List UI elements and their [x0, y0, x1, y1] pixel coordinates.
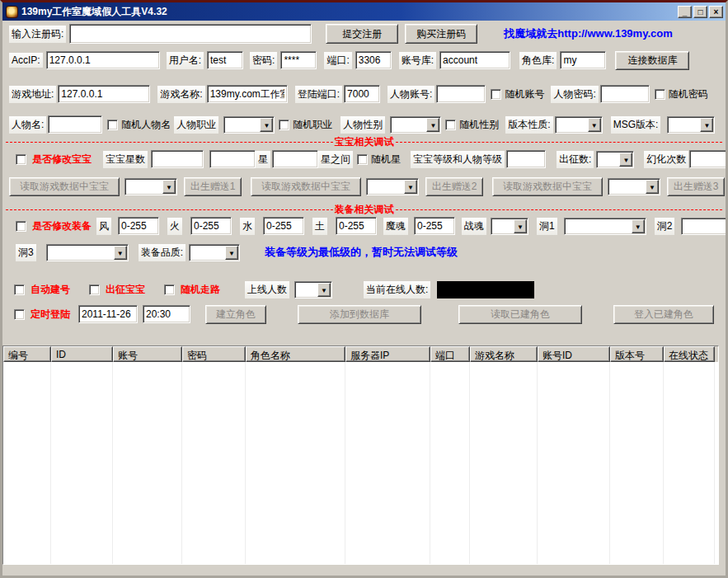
morph-count-label: 幻化次数 — [644, 151, 688, 168]
war-soul-select[interactable]: ▼ — [491, 218, 528, 235]
modify-pet-checkbox[interactable] — [16, 154, 26, 165]
col-account[interactable]: 账号 — [113, 346, 182, 362]
star-suffix-label: 星 — [256, 151, 270, 168]
pet-stars-input-3[interactable] — [272, 150, 318, 168]
col-online-status[interactable]: 在线状态 — [664, 346, 715, 362]
pet-select-2[interactable]: ▼ — [366, 178, 419, 195]
expedition-pet-checkbox[interactable] — [89, 284, 100, 295]
read-pet-button-1[interactable]: 读取游戏数据中宝宝 — [9, 177, 120, 196]
char-password-input[interactable] — [600, 85, 650, 103]
pet-stars-label: 宝宝星数 — [103, 151, 148, 168]
submit-register-button[interactable]: 提交注册 — [326, 24, 398, 44]
random-job-checkbox[interactable] — [279, 120, 289, 130]
random-gender-checkbox[interactable] — [445, 120, 456, 130]
pet-stars-input-1[interactable] — [151, 150, 204, 168]
window-title: 139my工作室魔域假人工具V4.32 — [21, 5, 678, 19]
hole1-select[interactable]: ▼ — [564, 218, 646, 235]
maximize-button[interactable]: □ — [693, 6, 707, 18]
db-port-label: 端口: — [324, 52, 351, 69]
read-pet-button-2[interactable]: 读取游戏数据中宝宝 — [251, 177, 361, 196]
col-role-name[interactable]: 角色名称 — [246, 346, 345, 362]
random-walk-checkbox[interactable] — [164, 284, 175, 295]
accip-input[interactable] — [46, 51, 160, 69]
chevron-down-icon: ▼ — [317, 283, 331, 297]
login-time-input[interactable] — [143, 305, 190, 323]
morph-count-input[interactable] — [689, 150, 726, 168]
pet-select-1[interactable]: ▼ — [124, 178, 177, 195]
hole3-select[interactable]: ▼ — [46, 244, 129, 261]
magic-soul-input[interactable] — [414, 217, 455, 235]
db-port-input[interactable] — [355, 51, 392, 69]
expedition-count-select[interactable]: ▼ — [596, 151, 634, 168]
game-address-input[interactable] — [58, 85, 150, 103]
minimize-button[interactable]: _ — [678, 6, 692, 18]
db-user-input[interactable] — [207, 51, 243, 69]
hole2-label: 洞2 — [655, 218, 675, 235]
char-name-input[interactable] — [48, 115, 102, 134]
create-role-button[interactable]: 建立角色 — [205, 305, 266, 324]
quality-select[interactable]: ▼ — [189, 244, 240, 261]
app-icon[interactable] — [6, 6, 18, 18]
online-limit-label: 上线人数 — [245, 281, 289, 298]
website-link[interactable]: 找魔域就去http://www.139my.com — [504, 26, 672, 41]
buy-register-button[interactable]: 购买注册码 — [405, 24, 477, 44]
random-star-label: 随机星 — [371, 153, 401, 167]
birth-gift-button-2[interactable]: 出生赠送2 — [425, 177, 483, 196]
job-select[interactable]: ▼ — [223, 116, 275, 134]
version-label: 版本性质: — [505, 116, 552, 134]
msg-version-select[interactable]: ▼ — [667, 116, 715, 134]
pet-select-3[interactable]: ▼ — [608, 178, 660, 195]
account-db-input[interactable] — [439, 51, 510, 69]
col-number[interactable]: 编号 — [3, 346, 51, 362]
table-header-row: 编号 ID 账号 密码 角色名称 服务器IP 端口 游戏名称 账号ID 版本号 … — [3, 346, 718, 362]
game-name-label: 游戏名称: — [157, 86, 204, 103]
pet-level-input[interactable] — [506, 150, 546, 168]
read-pet-button-3[interactable]: 读取游戏数据中宝宝 — [492, 177, 603, 196]
earth-label: 土 — [312, 218, 327, 235]
modify-equip-checkbox[interactable] — [16, 221, 26, 232]
gender-select[interactable]: ▼ — [390, 116, 441, 134]
client-area: 输入注册码: 提交注册 购买注册码 找魔域就去http://www.139my.… — [2, 21, 726, 576]
chevron-down-icon: ▼ — [225, 246, 238, 260]
game-name-input[interactable] — [207, 85, 288, 103]
random-star-checkbox[interactable] — [357, 154, 368, 165]
col-port[interactable]: 端口 — [430, 346, 470, 362]
char-account-input[interactable] — [436, 85, 486, 103]
login-date-input[interactable] — [78, 305, 138, 323]
col-account-id[interactable]: 账号ID — [538, 346, 610, 362]
earth-input[interactable] — [336, 217, 377, 235]
version-select[interactable]: ▼ — [555, 116, 603, 134]
col-id[interactable]: ID — [51, 346, 113, 362]
hole2-select[interactable]: ▼ — [681, 218, 726, 235]
random-password-checkbox[interactable] — [655, 89, 665, 100]
wind-input[interactable] — [118, 217, 159, 235]
connect-db-button[interactable]: 连接数据库 — [615, 51, 689, 70]
db-password-input[interactable] — [280, 51, 317, 69]
birth-gift-button-1[interactable]: 出生赠送1 — [184, 177, 242, 196]
register-code-input[interactable] — [69, 24, 312, 44]
timed-login-checkbox[interactable] — [14, 309, 25, 320]
pet-stars-input-2[interactable] — [209, 150, 256, 168]
col-server-ip[interactable]: 服务器IP — [345, 346, 430, 362]
random-name-checkbox[interactable] — [107, 120, 118, 130]
birth-gift-button-3[interactable]: 出生赠送3 — [667, 177, 725, 196]
login-port-input[interactable] — [344, 85, 380, 103]
col-password[interactable]: 密码 — [182, 346, 246, 362]
online-limit-select[interactable]: ▼ — [294, 281, 332, 298]
war-soul-label: 战魂 — [462, 218, 486, 235]
role-db-input[interactable] — [560, 51, 606, 69]
equip-level-note: 装备等级为最低级的，暂时无法调试等级 — [265, 245, 458, 260]
read-roles-button[interactable]: 读取已建角色 — [458, 305, 582, 324]
random-account-checkbox[interactable] — [491, 89, 501, 100]
role-db-label: 角色库: — [519, 52, 557, 69]
login-roles-button[interactable]: 登入已建角色 — [613, 305, 714, 324]
water-label: 水 — [240, 218, 255, 235]
fire-input[interactable] — [190, 217, 232, 235]
add-to-db-button[interactable]: 添加到数据库 — [298, 305, 421, 324]
water-input[interactable] — [263, 217, 304, 235]
register-code-label: 输入注册码: — [9, 26, 66, 43]
col-game-name[interactable]: 游戏名称 — [470, 346, 538, 362]
close-button[interactable]: × — [709, 6, 723, 18]
auto-create-checkbox[interactable] — [14, 284, 25, 295]
col-version[interactable]: 版本号 — [610, 346, 664, 362]
